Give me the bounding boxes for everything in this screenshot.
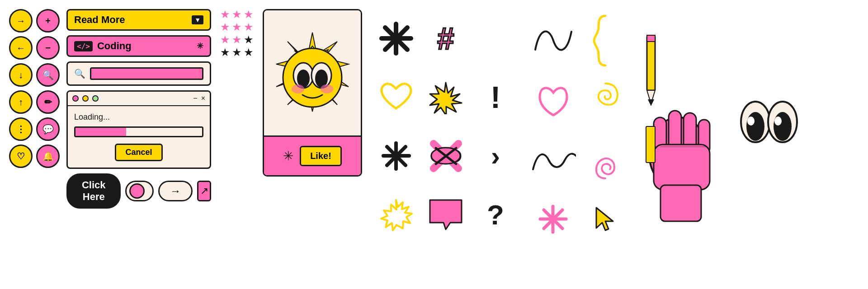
traffic-light-red <box>72 95 79 102</box>
svg-marker-35 <box>596 208 613 230</box>
export-icon: ↗ <box>200 185 208 197</box>
hash-icon: # <box>437 21 454 56</box>
asterisk-bottom-icon <box>538 205 568 234</box>
svg-marker-30 <box>381 200 412 230</box>
svg-point-53 <box>774 112 792 141</box>
symbol-cross <box>421 126 471 185</box>
btn-row-3: ↓ 🔍 <box>9 63 60 87</box>
bell-button[interactable]: 🔔 <box>36 144 60 168</box>
coding-button[interactable]: </> Coding ✳ <box>66 35 211 57</box>
svg-rect-45 <box>654 144 710 190</box>
svg-rect-36 <box>647 36 655 90</box>
toggle-circle <box>129 183 145 199</box>
card-top <box>264 10 361 137</box>
btn-row-5: ⋮ 💬 <box>9 117 60 141</box>
star-4-3: ★ <box>244 47 254 58</box>
arrow-right-button[interactable]: → <box>9 9 33 33</box>
like-button[interactable]: Like! <box>300 146 342 166</box>
wavy-line-icon <box>531 147 576 174</box>
star-1-3: ★ <box>244 9 254 20</box>
arrow-pill-button[interactable]: → <box>158 181 193 201</box>
arrow-left-button[interactable]: ← <box>9 36 33 60</box>
svg-point-51 <box>747 117 755 126</box>
progress-bar <box>74 126 203 137</box>
spinner-icon: ✳ <box>283 149 293 163</box>
svg-point-54 <box>774 117 782 126</box>
asterisk-icon <box>379 22 413 56</box>
star-1-2: ★ <box>232 9 242 20</box>
star-4-2: ★ <box>232 47 242 58</box>
ui-elements-panel: Read More ▼ </> Coding ✳ 🔍 − × <box>66 9 211 209</box>
click-here-button[interactable]: Click Here <box>66 173 121 209</box>
close-icon[interactable]: × <box>201 94 205 103</box>
spiral-1 <box>581 79 629 124</box>
pink-loop <box>581 138 629 183</box>
code-tag-icon: </> <box>74 41 93 51</box>
dialog-body: Loading... Cancel <box>68 106 210 168</box>
progress-fill <box>75 128 126 136</box>
search-icon: 🔍 <box>74 68 85 79</box>
card-bottom: ✳ Like! <box>264 137 361 175</box>
search-input[interactable] <box>90 67 203 80</box>
arrow-down-button[interactable]: ↓ <box>9 63 33 87</box>
curly-brace-icon <box>592 14 619 68</box>
star-3-2: ★ <box>232 34 242 45</box>
cross-icon <box>429 139 463 173</box>
squiggle-1 <box>529 23 577 59</box>
stars-section: ★ ★ ★ ★ ★ ★ ★ ★ ★ ★ ★ ★ <box>220 9 254 58</box>
hand-with-pencil <box>638 9 728 235</box>
coding-label: Coding <box>97 40 132 52</box>
svg-point-16 <box>321 84 333 93</box>
sun-character-image <box>267 28 358 118</box>
dots-button[interactable]: ⋮ <box>9 117 33 141</box>
eyes-character-svg <box>737 95 801 149</box>
search-button[interactable]: 🔍 <box>36 63 60 87</box>
btn-row-2: ← − <box>9 36 60 60</box>
svg-rect-46 <box>660 185 701 221</box>
traffic-light-green <box>92 95 99 102</box>
squiggles-row-1 <box>529 9 629 72</box>
minimize-icon[interactable]: − <box>193 94 197 103</box>
squiggles-row-3 <box>529 131 629 190</box>
stars-row-4: ★ ★ ★ <box>220 47 254 58</box>
read-more-button[interactable]: Read More ▼ <box>66 9 211 31</box>
symbol-empty-1 <box>471 9 520 68</box>
loading-text: Loading... <box>74 112 203 122</box>
wavy-line <box>529 147 577 174</box>
symbol-question: ? <box>471 185 520 244</box>
starburst-icon: ✳ <box>197 41 203 51</box>
svg-point-50 <box>746 112 764 141</box>
pencil-button[interactable]: ✏ <box>36 90 60 114</box>
toggle-switch[interactable] <box>125 181 153 201</box>
eyes-character <box>737 95 801 149</box>
dialog-controls: − × <box>193 94 205 103</box>
symbol-exclamation: ! <box>471 68 520 126</box>
symbol-greater-than: › <box>471 126 520 185</box>
heart-button[interactable]: ♡ <box>9 144 33 168</box>
svg-point-15 <box>292 84 304 93</box>
squiggle-top-icon <box>531 23 576 59</box>
svg-marker-38 <box>648 99 654 106</box>
chat-button[interactable]: 💬 <box>36 117 60 141</box>
stars-row-1: ★ ★ ★ <box>220 9 254 20</box>
icon-buttons-panel: → + ← − ↓ 🔍 ↑ ✏ ⋮ 💬 ♡ 🔔 <box>9 9 60 168</box>
arrow-up-button[interactable]: ↑ <box>9 90 33 114</box>
cancel-button[interactable]: Cancel <box>115 144 162 161</box>
symbol-heart <box>371 68 421 126</box>
star-2-1: ★ <box>220 22 230 33</box>
btn-row-1: → + <box>9 9 60 33</box>
heart-squiggle-icon <box>535 84 571 120</box>
hand-and-eyes-section <box>638 9 801 235</box>
character-card: ✳ Like! <box>263 9 362 177</box>
symbol-asterisk-pink <box>371 9 421 68</box>
greater-than-icon: › <box>491 140 500 172</box>
minus-button[interactable]: − <box>36 36 60 60</box>
question-icon: ? <box>487 199 504 231</box>
symbol-speech-bubble <box>421 185 471 244</box>
star-2-2: ★ <box>232 22 242 33</box>
stars-row-2: ★ ★ ★ <box>220 22 254 33</box>
asterisk2-icon <box>382 141 411 171</box>
export-button[interactable]: ↗ <box>197 181 211 201</box>
plus-button[interactable]: + <box>36 9 60 33</box>
dropdown-arrow-icon: ▼ <box>192 15 203 24</box>
